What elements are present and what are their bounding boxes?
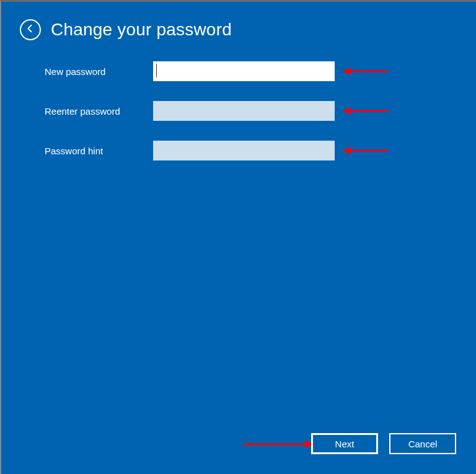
new-password-input[interactable]	[153, 61, 335, 81]
annotation-arrow-icon	[341, 64, 390, 81]
svg-marker-5	[342, 147, 351, 154]
annotation-arrow-icon	[341, 143, 390, 160]
svg-marker-3	[342, 107, 351, 115]
field-row-new-password: New password	[45, 61, 433, 81]
new-password-label: New password	[45, 66, 153, 77]
password-hint-input[interactable]	[153, 141, 335, 160]
field-row-reenter-password: Reenter password	[45, 101, 433, 121]
cancel-button[interactable]: Cancel	[389, 433, 456, 454]
password-hint-label: Password hint	[45, 146, 153, 156]
svg-marker-1	[342, 68, 351, 75]
reenter-password-input[interactable]	[153, 101, 335, 121]
annotation-arrow-icon	[341, 103, 390, 121]
text-cursor-icon	[156, 64, 157, 77]
back-arrow-icon	[25, 23, 36, 37]
annotation-arrow-icon	[242, 437, 316, 454]
back-button[interactable]	[20, 19, 41, 40]
page-title: Change your password	[51, 20, 232, 40]
reenter-password-label: Reenter password	[45, 106, 153, 116]
next-button[interactable]: Next	[311, 433, 378, 454]
field-row-password-hint: Password hint	[45, 141, 433, 160]
